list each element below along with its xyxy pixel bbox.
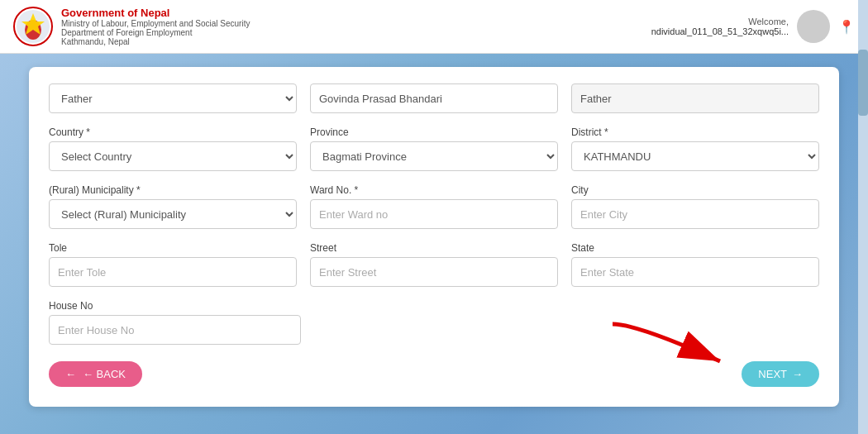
country-group: Country * Select Country — [49, 126, 297, 171]
form-card: Father Mother Spouse Country * Select Co… — [29, 67, 839, 407]
city-input[interactable] — [571, 199, 819, 229]
header-right: Welcome, ndividual_011_08_51_32xqwq5i...… — [651, 10, 855, 43]
province-group: Province Bagmati Province — [310, 126, 558, 171]
tole-group: Tole — [49, 242, 297, 287]
user-id-text: ndividual_011_08_51_32xqwq5i... — [651, 26, 789, 36]
header-left: Government of Nepal Ministry of Labour, … — [13, 7, 250, 46]
welcome-label: Welcome, — [651, 17, 789, 26]
avatar — [797, 10, 830, 43]
province-label: Province — [310, 126, 558, 138]
district-group: District * KATHMANDU — [571, 126, 819, 171]
relation-label-input[interactable] — [571, 83, 819, 113]
org-dept: Department of Foreign Employment — [61, 28, 250, 37]
ward-label: Ward No. * — [310, 184, 558, 196]
city-label: City — [571, 184, 819, 196]
logo-icon — [13, 7, 53, 46]
next-label: NEXT — [758, 368, 787, 380]
house-no-group: House No — [49, 300, 301, 345]
ward-input[interactable] — [310, 199, 558, 229]
municipality-group: (Rural) Municipality * Select (Rural) Mu… — [49, 184, 297, 229]
button-row: ← ← BACK NEXT → — [49, 361, 819, 387]
street-input[interactable] — [310, 257, 558, 287]
city-group: City — [571, 184, 819, 229]
country-label: Country * — [49, 126, 297, 138]
location-icon: 📍 — [838, 19, 855, 35]
form-row-2: Country * Select Country Province Bagmat… — [49, 126, 819, 171]
form-row-3: (Rural) Municipality * Select (Rural) Mu… — [49, 184, 819, 229]
district-label: District * — [571, 126, 819, 138]
tole-label: Tole — [49, 242, 297, 254]
province-select[interactable]: Bagmati Province — [310, 141, 558, 171]
org-location: Kathmandu, Nepal — [61, 37, 250, 46]
page-header: Government of Nepal Ministry of Labour, … — [0, 0, 868, 54]
street-label: Street — [310, 242, 558, 254]
person-name-group — [310, 83, 558, 113]
red-arrow-indicator — [604, 316, 737, 374]
next-button[interactable]: NEXT → — [742, 361, 819, 387]
street-group: Street — [310, 242, 558, 287]
form-row-4: Tole Street State — [49, 242, 819, 287]
state-label: State — [571, 242, 819, 254]
country-select[interactable]: Select Country — [49, 141, 297, 171]
district-select[interactable]: KATHMANDU — [571, 141, 819, 171]
house-no-input[interactable] — [49, 315, 301, 345]
relation-label-group — [571, 83, 819, 113]
org-ministry: Ministry of Labour, Employment and Socia… — [61, 19, 250, 28]
main-content: Father Mother Spouse Country * Select Co… — [0, 54, 868, 420]
state-group: State — [571, 242, 819, 287]
house-no-label: House No — [49, 300, 301, 312]
state-input[interactable] — [571, 257, 819, 287]
ward-group: Ward No. * — [310, 184, 558, 229]
scrollbar[interactable] — [858, 0, 868, 434]
next-arrow-icon: → — [792, 368, 803, 380]
tole-input[interactable] — [49, 257, 297, 287]
back-button[interactable]: ← ← BACK — [49, 361, 142, 387]
welcome-info: Welcome, ndividual_011_08_51_32xqwq5i... — [651, 17, 789, 36]
relation-group: Father Mother Spouse — [49, 83, 297, 113]
back-label: ← BACK — [83, 368, 126, 380]
municipality-select[interactable]: Select (Rural) Municipality — [49, 199, 297, 229]
scrollbar-thumb[interactable] — [858, 50, 868, 116]
relation-select[interactable]: Father Mother Spouse — [49, 83, 297, 113]
municipality-label: (Rural) Municipality * — [49, 184, 297, 196]
org-name: Government of Nepal — [61, 7, 250, 19]
org-info: Government of Nepal Ministry of Labour, … — [61, 7, 250, 46]
person-name-input[interactable] — [310, 83, 558, 113]
form-row-1: Father Mother Spouse — [49, 83, 819, 113]
footer: © Copyright 2023 DOFE . All Rights Reser… — [0, 423, 868, 434]
back-arrow-icon: ← — [65, 368, 76, 380]
